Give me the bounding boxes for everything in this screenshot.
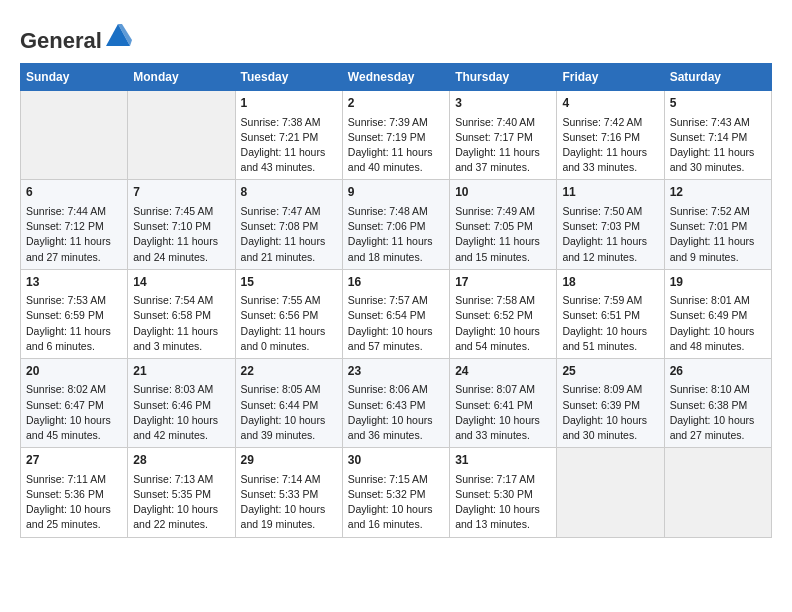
sunrise-text: Sunrise: 7:57 AM [348, 294, 428, 306]
sunrise-text: Sunrise: 7:44 AM [26, 205, 106, 217]
day-number: 5 [670, 95, 766, 112]
week-row-1: 1Sunrise: 7:38 AMSunset: 7:21 PMDaylight… [21, 91, 772, 180]
day-number: 24 [455, 363, 551, 380]
day-number: 22 [241, 363, 337, 380]
day-number: 18 [562, 274, 658, 291]
sunset-text: Sunset: 6:54 PM [348, 309, 426, 321]
daylight-text: Daylight: 11 hours and 40 minutes. [348, 146, 433, 173]
sunrise-text: Sunrise: 7:55 AM [241, 294, 321, 306]
sunset-text: Sunset: 7:19 PM [348, 131, 426, 143]
sunset-text: Sunset: 6:59 PM [26, 309, 104, 321]
sunrise-text: Sunrise: 8:05 AM [241, 383, 321, 395]
daylight-text: Daylight: 10 hours and 33 minutes. [455, 414, 540, 441]
daylight-text: Daylight: 10 hours and 13 minutes. [455, 503, 540, 530]
sunrise-text: Sunrise: 8:09 AM [562, 383, 642, 395]
sunset-text: Sunset: 7:14 PM [670, 131, 748, 143]
calendar-cell: 31Sunrise: 7:17 AMSunset: 5:30 PMDayligh… [450, 448, 557, 537]
daylight-text: Daylight: 11 hours and 0 minutes. [241, 325, 326, 352]
week-row-2: 6Sunrise: 7:44 AMSunset: 7:12 PMDaylight… [21, 180, 772, 269]
calendar-cell: 1Sunrise: 7:38 AMSunset: 7:21 PMDaylight… [235, 91, 342, 180]
sunset-text: Sunset: 5:33 PM [241, 488, 319, 500]
daylight-text: Daylight: 10 hours and 57 minutes. [348, 325, 433, 352]
calendar-cell: 14Sunrise: 7:54 AMSunset: 6:58 PMDayligh… [128, 269, 235, 358]
calendar-cell: 8Sunrise: 7:47 AMSunset: 7:08 PMDaylight… [235, 180, 342, 269]
calendar-cell: 30Sunrise: 7:15 AMSunset: 5:32 PMDayligh… [342, 448, 449, 537]
week-row-5: 27Sunrise: 7:11 AMSunset: 5:36 PMDayligh… [21, 448, 772, 537]
daylight-text: Daylight: 11 hours and 24 minutes. [133, 235, 218, 262]
daylight-text: Daylight: 10 hours and 42 minutes. [133, 414, 218, 441]
column-header-wednesday: Wednesday [342, 64, 449, 91]
calendar-cell: 2Sunrise: 7:39 AMSunset: 7:19 PMDaylight… [342, 91, 449, 180]
calendar-cell: 15Sunrise: 7:55 AMSunset: 6:56 PMDayligh… [235, 269, 342, 358]
column-header-thursday: Thursday [450, 64, 557, 91]
daylight-text: Daylight: 11 hours and 27 minutes. [26, 235, 111, 262]
calendar-cell: 16Sunrise: 7:57 AMSunset: 6:54 PMDayligh… [342, 269, 449, 358]
sunrise-text: Sunrise: 7:49 AM [455, 205, 535, 217]
sunset-text: Sunset: 6:39 PM [562, 399, 640, 411]
daylight-text: Daylight: 10 hours and 39 minutes. [241, 414, 326, 441]
sunrise-text: Sunrise: 7:13 AM [133, 473, 213, 485]
calendar-cell: 3Sunrise: 7:40 AMSunset: 7:17 PMDaylight… [450, 91, 557, 180]
day-number: 29 [241, 452, 337, 469]
daylight-text: Daylight: 10 hours and 19 minutes. [241, 503, 326, 530]
day-number: 13 [26, 274, 122, 291]
sunset-text: Sunset: 7:16 PM [562, 131, 640, 143]
calendar-cell [21, 91, 128, 180]
calendar-cell: 12Sunrise: 7:52 AMSunset: 7:01 PMDayligh… [664, 180, 771, 269]
week-row-4: 20Sunrise: 8:02 AMSunset: 6:47 PMDayligh… [21, 358, 772, 447]
calendar-cell: 24Sunrise: 8:07 AMSunset: 6:41 PMDayligh… [450, 358, 557, 447]
sunrise-text: Sunrise: 7:42 AM [562, 116, 642, 128]
sunrise-text: Sunrise: 7:38 AM [241, 116, 321, 128]
day-number: 26 [670, 363, 766, 380]
sunset-text: Sunset: 6:47 PM [26, 399, 104, 411]
calendar-cell [664, 448, 771, 537]
page-header: General [20, 20, 772, 47]
sunrise-text: Sunrise: 7:43 AM [670, 116, 750, 128]
calendar-table: SundayMondayTuesdayWednesdayThursdayFrid… [20, 63, 772, 537]
daylight-text: Daylight: 10 hours and 27 minutes. [670, 414, 755, 441]
day-number: 11 [562, 184, 658, 201]
sunset-text: Sunset: 5:35 PM [133, 488, 211, 500]
sunset-text: Sunset: 5:30 PM [455, 488, 533, 500]
sunrise-text: Sunrise: 7:45 AM [133, 205, 213, 217]
daylight-text: Daylight: 10 hours and 48 minutes. [670, 325, 755, 352]
sunset-text: Sunset: 6:56 PM [241, 309, 319, 321]
day-number: 8 [241, 184, 337, 201]
sunrise-text: Sunrise: 8:02 AM [26, 383, 106, 395]
day-number: 1 [241, 95, 337, 112]
sunrise-text: Sunrise: 8:07 AM [455, 383, 535, 395]
calendar-cell: 28Sunrise: 7:13 AMSunset: 5:35 PMDayligh… [128, 448, 235, 537]
sunrise-text: Sunrise: 7:48 AM [348, 205, 428, 217]
sunset-text: Sunset: 7:12 PM [26, 220, 104, 232]
sunset-text: Sunset: 5:36 PM [26, 488, 104, 500]
day-number: 7 [133, 184, 229, 201]
sunrise-text: Sunrise: 7:53 AM [26, 294, 106, 306]
day-number: 6 [26, 184, 122, 201]
column-header-sunday: Sunday [21, 64, 128, 91]
sunset-text: Sunset: 7:10 PM [133, 220, 211, 232]
day-number: 27 [26, 452, 122, 469]
calendar-cell: 10Sunrise: 7:49 AMSunset: 7:05 PMDayligh… [450, 180, 557, 269]
daylight-text: Daylight: 11 hours and 15 minutes. [455, 235, 540, 262]
sunset-text: Sunset: 7:08 PM [241, 220, 319, 232]
sunrise-text: Sunrise: 8:03 AM [133, 383, 213, 395]
sunrise-text: Sunrise: 7:58 AM [455, 294, 535, 306]
day-number: 21 [133, 363, 229, 380]
sunrise-text: Sunrise: 7:59 AM [562, 294, 642, 306]
daylight-text: Daylight: 11 hours and 12 minutes. [562, 235, 647, 262]
sunrise-text: Sunrise: 7:50 AM [562, 205, 642, 217]
day-number: 16 [348, 274, 444, 291]
calendar-cell: 26Sunrise: 8:10 AMSunset: 6:38 PMDayligh… [664, 358, 771, 447]
sunset-text: Sunset: 7:03 PM [562, 220, 640, 232]
calendar-cell: 17Sunrise: 7:58 AMSunset: 6:52 PMDayligh… [450, 269, 557, 358]
sunrise-text: Sunrise: 7:11 AM [26, 473, 106, 485]
daylight-text: Daylight: 10 hours and 54 minutes. [455, 325, 540, 352]
calendar-cell [128, 91, 235, 180]
sunset-text: Sunset: 7:21 PM [241, 131, 319, 143]
calendar-cell: 20Sunrise: 8:02 AMSunset: 6:47 PMDayligh… [21, 358, 128, 447]
day-number: 14 [133, 274, 229, 291]
day-number: 28 [133, 452, 229, 469]
daylight-text: Daylight: 11 hours and 9 minutes. [670, 235, 755, 262]
calendar-cell: 9Sunrise: 7:48 AMSunset: 7:06 PMDaylight… [342, 180, 449, 269]
sunrise-text: Sunrise: 7:40 AM [455, 116, 535, 128]
